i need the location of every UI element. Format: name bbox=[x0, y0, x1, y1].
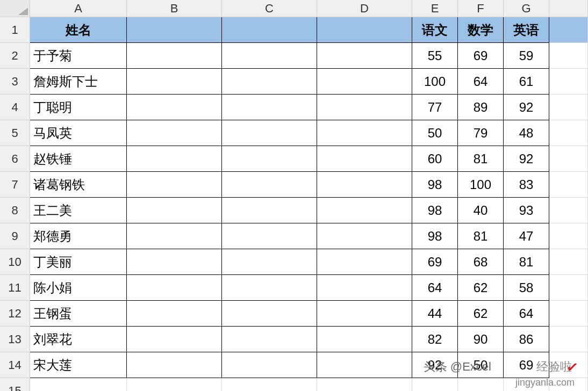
row-header-4[interactable]: 4 bbox=[0, 95, 30, 120]
cell-e3[interactable]: 100 bbox=[412, 69, 458, 95]
col-header-g[interactable]: G bbox=[504, 0, 549, 17]
cell-d7[interactable] bbox=[317, 172, 412, 198]
cell-f10[interactable]: 68 bbox=[458, 249, 504, 275]
cell-a7[interactable]: 诸葛钢铁 bbox=[30, 172, 127, 198]
cell-e12[interactable]: 44 bbox=[412, 301, 458, 327]
cell-a10[interactable]: 丁美丽 bbox=[30, 249, 127, 275]
cell-b13[interactable] bbox=[127, 327, 222, 352]
cell-g2[interactable]: 59 bbox=[504, 43, 549, 69]
cell-f2[interactable]: 69 bbox=[458, 43, 504, 69]
col-header-extra[interactable] bbox=[549, 0, 588, 17]
col-header-a[interactable]: A bbox=[30, 0, 127, 17]
row-header-12[interactable]: 12 bbox=[0, 301, 30, 327]
cell-c3[interactable] bbox=[222, 69, 317, 95]
cell-c6[interactable] bbox=[222, 146, 317, 172]
cell-g8[interactable]: 93 bbox=[504, 198, 549, 223]
cell-c5[interactable] bbox=[222, 120, 317, 146]
cell-h12[interactable] bbox=[549, 301, 588, 327]
cell-f8[interactable]: 40 bbox=[458, 198, 504, 223]
cell-f1[interactable]: 数学 bbox=[458, 17, 504, 43]
cell-g11[interactable]: 58 bbox=[504, 275, 549, 301]
cell-g5[interactable]: 48 bbox=[504, 120, 549, 146]
cell-d1[interactable] bbox=[317, 17, 412, 43]
cell-a5[interactable]: 马凤英 bbox=[30, 120, 127, 146]
cell-a13[interactable]: 刘翠花 bbox=[30, 327, 127, 352]
cell-b3[interactable] bbox=[127, 69, 222, 95]
cell-f12[interactable]: 62 bbox=[458, 301, 504, 327]
cell-d9[interactable] bbox=[317, 223, 412, 249]
cell-b1[interactable] bbox=[127, 17, 222, 43]
cell-a6[interactable]: 赵铁锤 bbox=[30, 146, 127, 172]
cell-e5[interactable]: 50 bbox=[412, 120, 458, 146]
cell-h2[interactable] bbox=[549, 43, 588, 69]
cell-d14[interactable] bbox=[317, 352, 412, 378]
cell-e4[interactable]: 77 bbox=[412, 95, 458, 120]
cell-c9[interactable] bbox=[222, 223, 317, 249]
cell-b14[interactable] bbox=[127, 352, 222, 378]
row-header-10[interactable]: 10 bbox=[0, 249, 30, 275]
cell-e11[interactable]: 64 bbox=[412, 275, 458, 301]
cell-e6[interactable]: 60 bbox=[412, 146, 458, 172]
cell-a14[interactable]: 宋大莲 bbox=[30, 352, 127, 378]
row-header-15[interactable]: 15 bbox=[0, 378, 30, 391]
cell-b10[interactable] bbox=[127, 249, 222, 275]
cell-a9[interactable]: 郑德勇 bbox=[30, 223, 127, 249]
cell-d6[interactable] bbox=[317, 146, 412, 172]
cell-g1[interactable]: 英语 bbox=[504, 17, 549, 43]
cell-c14[interactable] bbox=[222, 352, 317, 378]
cell-f5[interactable]: 79 bbox=[458, 120, 504, 146]
cell-e1[interactable]: 语文 bbox=[412, 17, 458, 43]
cell-d3[interactable] bbox=[317, 69, 412, 95]
cell-a1[interactable]: 姓名 bbox=[30, 17, 127, 43]
cell-a12[interactable]: 王钢蛋 bbox=[30, 301, 127, 327]
cell-h10[interactable] bbox=[549, 249, 588, 275]
col-header-f[interactable]: F bbox=[458, 0, 504, 17]
cell-a11[interactable]: 陈小娟 bbox=[30, 275, 127, 301]
row-header-8[interactable]: 8 bbox=[0, 198, 30, 223]
cell-g3[interactable]: 61 bbox=[504, 69, 549, 95]
cell-b6[interactable] bbox=[127, 146, 222, 172]
row-header-7[interactable]: 7 bbox=[0, 172, 30, 198]
cell-e13[interactable]: 82 bbox=[412, 327, 458, 352]
row-header-13[interactable]: 13 bbox=[0, 327, 30, 352]
col-header-e[interactable]: E bbox=[412, 0, 458, 17]
cell-f6[interactable]: 81 bbox=[458, 146, 504, 172]
cell-b9[interactable] bbox=[127, 223, 222, 249]
cell-c2[interactable] bbox=[222, 43, 317, 69]
cell-f3[interactable]: 64 bbox=[458, 69, 504, 95]
col-header-c[interactable]: C bbox=[222, 0, 317, 17]
row-header-6[interactable]: 6 bbox=[0, 146, 30, 172]
cell-c4[interactable] bbox=[222, 95, 317, 120]
cell-c15[interactable] bbox=[222, 378, 317, 391]
cell-c11[interactable] bbox=[222, 275, 317, 301]
spreadsheet[interactable]: A B C D E F G 1 姓名 语文 数学 英语 2 于予菊 55 69 … bbox=[0, 0, 588, 391]
cell-g4[interactable]: 92 bbox=[504, 95, 549, 120]
cell-a4[interactable]: 丁聪明 bbox=[30, 95, 127, 120]
cell-b12[interactable] bbox=[127, 301, 222, 327]
cell-a8[interactable]: 王二美 bbox=[30, 198, 127, 223]
row-header-3[interactable]: 3 bbox=[0, 69, 30, 95]
cell-c12[interactable] bbox=[222, 301, 317, 327]
cell-h11[interactable] bbox=[549, 275, 588, 301]
cell-h4[interactable] bbox=[549, 95, 588, 120]
cell-h1[interactable] bbox=[549, 17, 588, 43]
cell-c1[interactable] bbox=[222, 17, 317, 43]
cell-d15[interactable] bbox=[317, 378, 412, 391]
cell-f4[interactable]: 89 bbox=[458, 95, 504, 120]
cell-h9[interactable] bbox=[549, 223, 588, 249]
cell-f7[interactable]: 100 bbox=[458, 172, 504, 198]
cell-d5[interactable] bbox=[317, 120, 412, 146]
select-all-corner[interactable] bbox=[0, 0, 30, 17]
cell-g12[interactable]: 64 bbox=[504, 301, 549, 327]
cell-h8[interactable] bbox=[549, 198, 588, 223]
cell-f9[interactable]: 81 bbox=[458, 223, 504, 249]
cell-e15[interactable] bbox=[412, 378, 458, 391]
cell-h5[interactable] bbox=[549, 120, 588, 146]
cell-e2[interactable]: 55 bbox=[412, 43, 458, 69]
row-header-11[interactable]: 11 bbox=[0, 275, 30, 301]
cell-c10[interactable] bbox=[222, 249, 317, 275]
cell-f11[interactable]: 62 bbox=[458, 275, 504, 301]
cell-d12[interactable] bbox=[317, 301, 412, 327]
cell-e9[interactable]: 98 bbox=[412, 223, 458, 249]
cell-h7[interactable] bbox=[549, 172, 588, 198]
